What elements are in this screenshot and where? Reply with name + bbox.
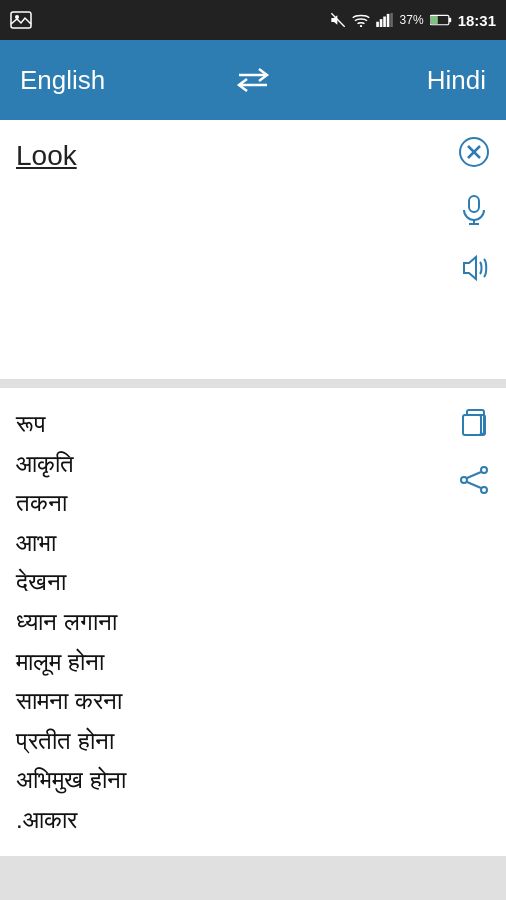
target-language[interactable]: Hindi bbox=[366, 65, 486, 96]
source-language[interactable]: English bbox=[20, 65, 140, 96]
translation-line: देखना bbox=[16, 562, 446, 602]
translation-line: आभा bbox=[16, 523, 446, 563]
swap-languages-button[interactable] bbox=[235, 66, 271, 94]
translation-line: प्रतीत होना bbox=[16, 721, 446, 761]
translation-section: रूपआकृतितकनाआभादेखनाध्यान लगानामालूम होन… bbox=[0, 388, 506, 856]
translation-line: तकना bbox=[16, 483, 446, 523]
translation-line: सामना करना bbox=[16, 681, 446, 721]
svg-rect-11 bbox=[448, 18, 450, 23]
input-actions bbox=[454, 132, 494, 288]
svg-rect-7 bbox=[386, 14, 389, 27]
svg-rect-10 bbox=[430, 16, 437, 24]
speaker-icon bbox=[458, 252, 490, 284]
copy-icon bbox=[458, 406, 490, 438]
svg-rect-4 bbox=[376, 22, 379, 27]
wifi-icon bbox=[352, 13, 370, 27]
share-button[interactable] bbox=[454, 460, 494, 500]
svg-rect-17 bbox=[469, 196, 479, 212]
svg-point-23 bbox=[461, 477, 467, 483]
battery-text: 37% bbox=[400, 13, 424, 27]
translation-actions bbox=[454, 402, 494, 500]
time-display: 18:31 bbox=[458, 12, 496, 29]
svg-rect-8 bbox=[390, 13, 393, 27]
microphone-icon bbox=[458, 194, 490, 226]
speaker-button[interactable] bbox=[454, 248, 494, 288]
image-icon bbox=[10, 11, 32, 29]
translation-line: मालूम होना bbox=[16, 642, 446, 682]
microphone-button[interactable] bbox=[454, 190, 494, 230]
swap-icon bbox=[235, 66, 271, 94]
status-bar-left bbox=[10, 11, 32, 29]
translation-line: अभिमुख होना bbox=[16, 760, 446, 800]
svg-line-26 bbox=[467, 482, 481, 488]
share-icon bbox=[458, 464, 490, 496]
svg-rect-5 bbox=[379, 19, 382, 27]
translation-line: आकृति bbox=[16, 444, 446, 484]
copy-button[interactable] bbox=[454, 402, 494, 442]
signal-icon bbox=[376, 13, 394, 27]
mute-icon bbox=[330, 12, 346, 28]
translation-text: रूपआकृतितकनाआभादेखनाध्यान लगानामालूम होन… bbox=[16, 404, 446, 840]
svg-point-22 bbox=[481, 467, 487, 473]
status-bar-right: 37% 18:31 bbox=[330, 12, 496, 29]
toolbar: English Hindi bbox=[0, 40, 506, 120]
clear-button[interactable] bbox=[454, 132, 494, 172]
svg-point-24 bbox=[481, 487, 487, 493]
translation-line: रूप bbox=[16, 404, 446, 444]
battery-icon bbox=[430, 14, 452, 26]
input-section: Look bbox=[0, 120, 506, 380]
close-icon bbox=[458, 136, 490, 168]
status-bar: 37% 18:31 bbox=[0, 0, 506, 40]
svg-line-25 bbox=[467, 472, 481, 478]
svg-rect-21 bbox=[463, 415, 481, 435]
translation-line: ध्यान लगाना bbox=[16, 602, 446, 642]
input-text[interactable]: Look bbox=[16, 136, 446, 175]
svg-rect-6 bbox=[383, 17, 386, 28]
translation-line: .आकार bbox=[16, 800, 446, 840]
svg-point-3 bbox=[359, 25, 361, 27]
